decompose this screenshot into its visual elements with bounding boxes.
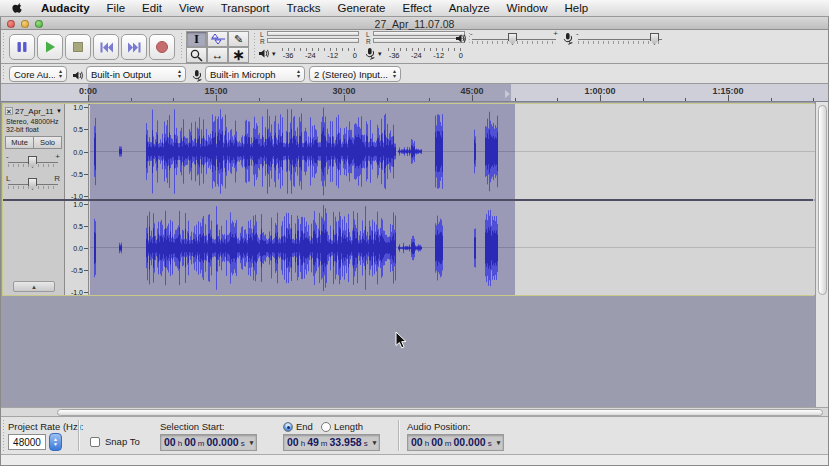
- tools-toolbar-grip[interactable]: [180, 33, 184, 60]
- multi-tool[interactable]: ∗: [228, 47, 249, 63]
- field-dropdown-arrow[interactable]: ▾: [373, 439, 377, 447]
- length-radio-label: Length: [334, 421, 363, 432]
- vruler-label: -1.0: [71, 289, 83, 296]
- playback-meter-left-label: L: [260, 31, 264, 38]
- menu-view[interactable]: View: [179, 2, 204, 14]
- audio-position-field[interactable]: 00h00m00.000s▾: [407, 434, 504, 451]
- gain-slider[interactable]: - +: [8, 154, 58, 168]
- vertical-scrollbar[interactable]: [815, 102, 829, 407]
- zoom-tool[interactable]: [186, 47, 207, 63]
- playback-meter-right-bar[interactable]: [267, 38, 359, 43]
- status-bar: [0, 455, 829, 466]
- end-radio[interactable]: [283, 422, 293, 432]
- ruler-tick: [515, 98, 516, 101]
- selection-tool[interactable]: I: [186, 31, 207, 47]
- menu-transport[interactable]: Transport: [221, 2, 270, 14]
- field-dropdown-arrow[interactable]: ▾: [250, 439, 254, 447]
- track-area[interactable]: ✕ 27_Apr_11. ▼ Stereo, 48000Hz 32-bit fl…: [1, 102, 815, 407]
- input-volume-slider[interactable]: -: [578, 31, 662, 45]
- pan-slider[interactable]: L R: [8, 176, 58, 190]
- audio-track[interactable]: ✕ 27_Apr_11. ▼ Stereo, 48000Hz 32-bit fl…: [2, 103, 814, 296]
- menu-edit[interactable]: Edit: [142, 2, 162, 14]
- menu-audacity[interactable]: Audacity: [41, 2, 90, 14]
- time-shift-tool[interactable]: ↔: [207, 47, 228, 63]
- menu-analyze[interactable]: Analyze: [449, 2, 490, 14]
- db-tick-label: -24: [305, 51, 316, 60]
- pan-right-label: R: [54, 174, 60, 183]
- waveform-left-channel[interactable]: [90, 104, 815, 199]
- menu-tracks[interactable]: Tracks: [286, 2, 320, 14]
- input-channels-select[interactable]: 2 (Stereo) Input... ▴▾: [309, 66, 401, 82]
- input-device-value: Built-in Microph: [210, 69, 293, 80]
- output-volume-slider[interactable]: - +: [472, 31, 556, 45]
- ruler-tick: [643, 98, 644, 101]
- track-collapse-button[interactable]: ▲: [13, 281, 55, 292]
- project-rate-stepper[interactable]: ▲▼: [49, 433, 62, 451]
- vruler-tick: [84, 174, 88, 175]
- selection-end-field[interactable]: 00h49m33.958s▾: [283, 434, 380, 451]
- track-close-button[interactable]: ✕: [5, 107, 13, 115]
- input-device-select[interactable]: Built-in Microph ▴▾: [205, 66, 305, 82]
- project-rate-value[interactable]: 48000: [8, 434, 46, 450]
- vruler-tick: [84, 204, 88, 205]
- waveform-canvas-right[interactable]: [90, 201, 815, 295]
- selection-toolbar-grip[interactable]: [2, 420, 6, 451]
- menu-file[interactable]: File: [107, 2, 126, 14]
- pan-left-label: L: [6, 174, 10, 183]
- db-tick-label: -12: [433, 51, 444, 60]
- meter-toolbar-grip[interactable]: [253, 33, 257, 60]
- vertical-scrollbar-thumb[interactable]: [818, 105, 827, 295]
- timeline-ruler[interactable]: 0:0015:0030:0045:001:00:001:15:00: [0, 84, 829, 102]
- ruler-tick: [771, 98, 772, 101]
- output-device-select[interactable]: Built-in Output ▴▾: [86, 66, 186, 82]
- end-radio-label: End: [296, 421, 313, 432]
- end-minutes: 49: [307, 436, 319, 448]
- output-volume-speaker-icon: [455, 33, 467, 44]
- menu-generate[interactable]: Generate: [338, 2, 386, 14]
- microphone-icon[interactable]: [364, 47, 375, 60]
- skip-to-start-button[interactable]: [93, 34, 119, 60]
- apple-menu-icon[interactable]: [12, 2, 24, 15]
- horizontal-scrollbar-thumb[interactable]: [57, 409, 823, 416]
- end-seconds: 33.958: [330, 436, 362, 448]
- stop-button[interactable]: [65, 34, 91, 60]
- vruler-tick: [84, 248, 88, 249]
- snap-to-checkbox[interactable]: [90, 437, 100, 447]
- vruler-label: -0.5: [71, 170, 83, 177]
- record-button[interactable]: [149, 34, 175, 60]
- unit-h: h: [178, 439, 182, 448]
- menu-effect[interactable]: Effect: [402, 2, 431, 14]
- track-title-bar[interactable]: ✕ 27_Apr_11. ▼: [4, 105, 63, 117]
- input-device-mic-icon: [191, 69, 202, 82]
- transport-toolbar-grip[interactable]: [2, 33, 6, 60]
- playback-meter-left-bar[interactable]: [267, 31, 359, 36]
- mute-button[interactable]: Mute: [5, 136, 34, 149]
- field-dropdown-arrow[interactable]: ▾: [497, 439, 501, 447]
- selection-start-field[interactable]: 00h00m00.000s▾: [160, 434, 257, 451]
- unit-m: m: [321, 439, 328, 448]
- ruler-tick: [344, 95, 345, 101]
- vruler-tick: [84, 226, 88, 227]
- menu-help[interactable]: Help: [565, 2, 589, 14]
- skip-to-end-button[interactable]: [121, 34, 147, 60]
- solo-button[interactable]: Solo: [34, 136, 62, 149]
- envelope-tool[interactable]: [207, 31, 228, 47]
- audio-host-select[interactable]: Core Au... ▴▾: [9, 66, 67, 82]
- waveform-right-channel[interactable]: [90, 201, 815, 295]
- play-button[interactable]: [37, 34, 63, 60]
- recording-meter-right-bar[interactable]: [373, 38, 465, 43]
- pause-button[interactable]: [9, 34, 35, 60]
- horizontal-scrollbar[interactable]: [0, 407, 829, 417]
- speaker-icon[interactable]: [258, 48, 270, 59]
- track-menu-arrow-icon[interactable]: ▼: [56, 108, 62, 114]
- selection-toolbar: Project Rate (Hz): 48000 ▲▼ Snap To Sele…: [0, 417, 829, 455]
- menu-window[interactable]: Window: [507, 2, 548, 14]
- track-title: 27_Apr_11.: [15, 107, 54, 116]
- recording-meter-left-bar[interactable]: [373, 31, 465, 36]
- waveform-canvas-left[interactable]: [90, 104, 815, 199]
- draw-tool[interactable]: ✎: [228, 31, 249, 47]
- device-toolbar-grip[interactable]: [2, 66, 6, 81]
- recording-meter-dropdown-arrow[interactable]: ▾: [378, 50, 382, 58]
- length-radio[interactable]: [321, 422, 331, 432]
- playback-meter-dropdown-arrow[interactable]: ▾: [272, 50, 276, 58]
